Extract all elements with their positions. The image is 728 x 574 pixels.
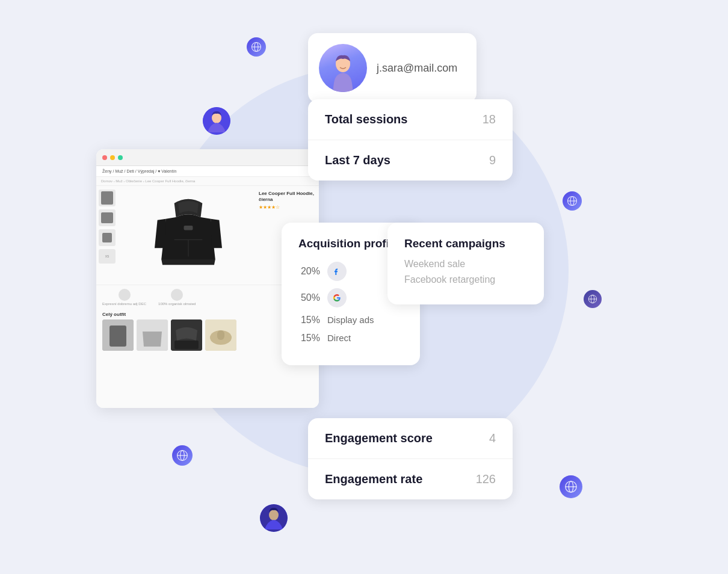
acq-pct-google: 50% bbox=[298, 292, 320, 303]
engagement-rate-label: Engagement rate bbox=[325, 472, 422, 486]
product-stars: ★★★★☆ bbox=[259, 205, 314, 210]
browser-nav: Ženy / Muž / Deti / Výpredaj / ♥ Valentí… bbox=[96, 166, 319, 177]
avatar-svg bbox=[328, 53, 358, 92]
google-icon bbox=[327, 288, 347, 307]
hoodie-svg bbox=[152, 192, 224, 276]
avatar-inner bbox=[319, 44, 367, 92]
browser-dot-max bbox=[118, 155, 123, 160]
acq-row-direct: 15% Direct bbox=[298, 333, 403, 344]
engagement-rate-value: 126 bbox=[476, 472, 496, 486]
stats-card: Total sessions 18 Last 7 days 9 bbox=[308, 99, 513, 181]
svg-point-32 bbox=[269, 510, 279, 520]
stat-value-7days: 9 bbox=[489, 153, 496, 167]
feature-text-2: 100% organisk olmsted bbox=[158, 302, 196, 306]
nav-text: Ženy / Muž / Deti / Výpredaj / ♥ Valentí… bbox=[102, 169, 176, 173]
stat-value-sessions: 18 bbox=[483, 113, 496, 126]
product-title: Lee Cooper Full Hoodie, čierna bbox=[259, 191, 314, 203]
stat-row-7days: Last 7 days 9 bbox=[308, 140, 513, 181]
float-globe-1 bbox=[247, 37, 266, 57]
stat-label-7days: Last 7 days bbox=[325, 153, 390, 167]
thumb-4: XS bbox=[99, 249, 116, 264]
float-globe-2 bbox=[563, 191, 582, 211]
feature-text-1: Expresní dobremu adj DEC bbox=[102, 302, 146, 306]
thumb-2 bbox=[99, 209, 116, 226]
outfit-item-1 bbox=[102, 319, 134, 351]
acq-text-display: Display ads bbox=[327, 315, 374, 325]
float-avatar-1-inner bbox=[203, 107, 230, 135]
engagement-rate-row: Engagement rate 126 bbox=[308, 459, 513, 499]
browser-bar bbox=[96, 149, 319, 166]
campaigns-title: Recent campaigns bbox=[404, 237, 527, 250]
svg-rect-4 bbox=[110, 326, 126, 347]
product-thumbnails: XS bbox=[96, 186, 118, 282]
campaigns-card: Recent campaigns Weekend sale Facebook r… bbox=[387, 223, 544, 304]
feature-1: Expresní dobremu adj DEC bbox=[102, 289, 146, 306]
user-card: j.sara@mail.com bbox=[308, 33, 477, 103]
svg-rect-2 bbox=[184, 226, 193, 230]
engagement-score-value: 4 bbox=[489, 431, 496, 445]
user-email: j.sara@mail.com bbox=[377, 62, 457, 75]
float-globe-4 bbox=[172, 445, 193, 466]
acq-text-direct: Direct bbox=[327, 333, 351, 343]
feature-icon-1 bbox=[119, 289, 131, 301]
engagement-card: Engagement score 4 Engagement rate 126 bbox=[308, 418, 513, 499]
facebook-icon bbox=[327, 262, 347, 281]
product-main-image bbox=[118, 186, 259, 282]
float-avatar-2-inner bbox=[260, 504, 288, 532]
float-globe-5 bbox=[560, 475, 582, 498]
acq-pct-fb: 20% bbox=[298, 266, 320, 277]
thumb-3 bbox=[99, 229, 116, 246]
outfit-item-4 bbox=[205, 319, 236, 351]
browser-dot-min bbox=[110, 155, 115, 160]
acq-row-display: 15% Display ads bbox=[298, 315, 403, 326]
thumb-1 bbox=[99, 190, 116, 206]
feature-2: 100% organisk olmsted bbox=[158, 289, 196, 306]
breadcrumb: Domov › Muž › Oblečenie › Lee Cooper Ful… bbox=[96, 177, 319, 186]
svg-rect-10 bbox=[217, 330, 224, 340]
feature-icon-2 bbox=[171, 289, 183, 301]
outfit-item-2 bbox=[137, 319, 168, 351]
avatar bbox=[319, 44, 367, 92]
float-globe-3 bbox=[584, 290, 602, 308]
acq-pct-display: 15% bbox=[298, 315, 320, 326]
stat-row-sessions: Total sessions 18 bbox=[308, 99, 513, 140]
svg-rect-7 bbox=[174, 341, 199, 349]
engagement-score-row: Engagement score 4 bbox=[308, 418, 513, 459]
campaign-item-2: Facebook retargeting bbox=[404, 274, 527, 285]
stat-label-sessions: Total sessions bbox=[325, 113, 407, 126]
engagement-score-label: Engagement score bbox=[325, 431, 433, 445]
browser-dot-close bbox=[102, 155, 107, 160]
outfit-item-3 bbox=[171, 319, 202, 351]
campaign-item-1: Weekend sale bbox=[404, 259, 527, 270]
float-avatar-1 bbox=[203, 107, 230, 135]
float-avatar-2 bbox=[260, 504, 288, 532]
acq-pct-direct: 15% bbox=[298, 333, 320, 344]
